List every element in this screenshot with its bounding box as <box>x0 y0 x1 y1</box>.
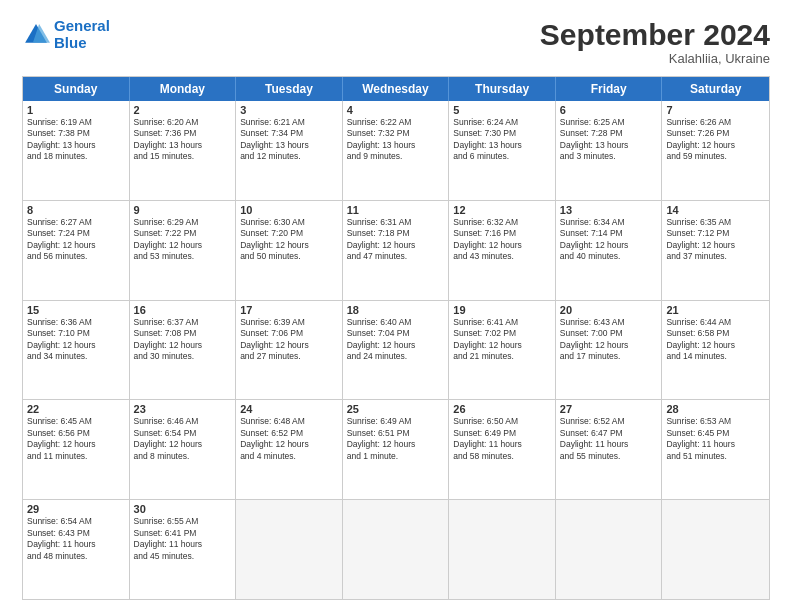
cell-line: and 48 minutes. <box>27 551 125 562</box>
cell-line: Daylight: 12 hours <box>453 240 551 251</box>
day-number: 13 <box>560 204 658 216</box>
day-number: 23 <box>134 403 232 415</box>
day-number: 10 <box>240 204 338 216</box>
cal-cell-day: 5Sunrise: 6:24 AMSunset: 7:30 PMDaylight… <box>449 101 556 200</box>
cal-cell-empty <box>343 500 450 599</box>
cell-line: Sunset: 7:32 PM <box>347 128 445 139</box>
cal-cell-day: 16Sunrise: 6:37 AMSunset: 7:08 PMDayligh… <box>130 301 237 400</box>
cell-line: Sunset: 7:28 PM <box>560 128 658 139</box>
title-area: September 2024 Kalahliia, Ukraine <box>540 18 770 66</box>
cell-line: Sunset: 7:20 PM <box>240 228 338 239</box>
cell-line: and 17 minutes. <box>560 351 658 362</box>
cal-cell-day: 7Sunrise: 6:26 AMSunset: 7:26 PMDaylight… <box>662 101 769 200</box>
cell-line: Daylight: 12 hours <box>134 340 232 351</box>
cal-cell-empty <box>236 500 343 599</box>
cell-line: Sunrise: 6:37 AM <box>134 317 232 328</box>
calendar: SundayMondayTuesdayWednesdayThursdayFrid… <box>22 76 770 600</box>
cell-line: Sunrise: 6:40 AM <box>347 317 445 328</box>
cell-line: and 56 minutes. <box>27 251 125 262</box>
cal-cell-day: 19Sunrise: 6:41 AMSunset: 7:02 PMDayligh… <box>449 301 556 400</box>
cal-cell-empty <box>662 500 769 599</box>
cell-line: Sunrise: 6:35 AM <box>666 217 765 228</box>
cal-cell-day: 27Sunrise: 6:52 AMSunset: 6:47 PMDayligh… <box>556 400 663 499</box>
day-number: 15 <box>27 304 125 316</box>
cell-line: Daylight: 12 hours <box>347 439 445 450</box>
page: General Blue September 2024 Kalahliia, U… <box>0 0 792 612</box>
cell-line: Sunrise: 6:20 AM <box>134 117 232 128</box>
cell-line: Sunrise: 6:48 AM <box>240 416 338 427</box>
cal-cell-day: 25Sunrise: 6:49 AMSunset: 6:51 PMDayligh… <box>343 400 450 499</box>
cell-line: Sunrise: 6:22 AM <box>347 117 445 128</box>
cal-cell-day: 28Sunrise: 6:53 AMSunset: 6:45 PMDayligh… <box>662 400 769 499</box>
cell-line: and 21 minutes. <box>453 351 551 362</box>
day-number: 20 <box>560 304 658 316</box>
cell-line: Daylight: 12 hours <box>666 340 765 351</box>
cell-line: Sunrise: 6:54 AM <box>27 516 125 527</box>
day-number: 7 <box>666 104 765 116</box>
header-cell-monday: Monday <box>130 77 237 101</box>
cell-line: and 15 minutes. <box>134 151 232 162</box>
cell-line: Daylight: 12 hours <box>347 240 445 251</box>
cell-line: Daylight: 12 hours <box>240 439 338 450</box>
cell-line: Sunset: 7:34 PM <box>240 128 338 139</box>
cell-line: Daylight: 11 hours <box>453 439 551 450</box>
cell-line: Sunset: 6:45 PM <box>666 428 765 439</box>
day-number: 21 <box>666 304 765 316</box>
cal-cell-day: 6Sunrise: 6:25 AMSunset: 7:28 PMDaylight… <box>556 101 663 200</box>
cell-line: and 1 minute. <box>347 451 445 462</box>
cell-line: Sunset: 7:26 PM <box>666 128 765 139</box>
cal-cell-day: 30Sunrise: 6:55 AMSunset: 6:41 PMDayligh… <box>130 500 237 599</box>
cal-row: 8Sunrise: 6:27 AMSunset: 7:24 PMDaylight… <box>23 200 769 300</box>
cell-line: Daylight: 13 hours <box>453 140 551 151</box>
cal-cell-day: 21Sunrise: 6:44 AMSunset: 6:58 PMDayligh… <box>662 301 769 400</box>
cell-line: Daylight: 12 hours <box>27 240 125 251</box>
cell-line: Daylight: 13 hours <box>134 140 232 151</box>
logo-general: General <box>54 17 110 34</box>
cell-line: and 30 minutes. <box>134 351 232 362</box>
cell-line: Sunset: 6:49 PM <box>453 428 551 439</box>
cal-row: 29Sunrise: 6:54 AMSunset: 6:43 PMDayligh… <box>23 499 769 599</box>
cell-line: Daylight: 11 hours <box>666 439 765 450</box>
cell-line: Sunset: 6:43 PM <box>27 528 125 539</box>
cell-line: and 27 minutes. <box>240 351 338 362</box>
cal-cell-empty <box>449 500 556 599</box>
day-number: 25 <box>347 403 445 415</box>
header-cell-sunday: Sunday <box>23 77 130 101</box>
cell-line: Daylight: 11 hours <box>560 439 658 450</box>
day-number: 5 <box>453 104 551 116</box>
cell-line: Sunset: 7:24 PM <box>27 228 125 239</box>
cell-line: Sunset: 7:08 PM <box>134 328 232 339</box>
cell-line: Sunrise: 6:41 AM <box>453 317 551 328</box>
day-number: 2 <box>134 104 232 116</box>
cell-line: Daylight: 12 hours <box>27 439 125 450</box>
cell-line: Daylight: 13 hours <box>560 140 658 151</box>
cell-line: Sunset: 7:22 PM <box>134 228 232 239</box>
cell-line: Sunset: 7:36 PM <box>134 128 232 139</box>
cell-line: Sunset: 6:54 PM <box>134 428 232 439</box>
cell-line: and 34 minutes. <box>27 351 125 362</box>
cell-line: Daylight: 12 hours <box>560 240 658 251</box>
cell-line: Sunrise: 6:27 AM <box>27 217 125 228</box>
cell-line: Sunrise: 6:44 AM <box>666 317 765 328</box>
cell-line: Sunrise: 6:52 AM <box>560 416 658 427</box>
header-cell-tuesday: Tuesday <box>236 77 343 101</box>
cell-line: Sunrise: 6:45 AM <box>27 416 125 427</box>
cell-line: and 59 minutes. <box>666 151 765 162</box>
cell-line: Sunset: 7:18 PM <box>347 228 445 239</box>
header-cell-wednesday: Wednesday <box>343 77 450 101</box>
cell-line: Sunset: 7:38 PM <box>27 128 125 139</box>
day-number: 30 <box>134 503 232 515</box>
cell-line: Sunset: 6:58 PM <box>666 328 765 339</box>
cell-line: Daylight: 12 hours <box>347 340 445 351</box>
cal-cell-day: 20Sunrise: 6:43 AMSunset: 7:00 PMDayligh… <box>556 301 663 400</box>
cal-cell-day: 1Sunrise: 6:19 AMSunset: 7:38 PMDaylight… <box>23 101 130 200</box>
cell-line: Sunrise: 6:31 AM <box>347 217 445 228</box>
logo: General Blue <box>22 18 110 51</box>
cell-line: Sunset: 7:12 PM <box>666 228 765 239</box>
day-number: 8 <box>27 204 125 216</box>
cell-line: Sunrise: 6:21 AM <box>240 117 338 128</box>
cell-line: Sunset: 7:00 PM <box>560 328 658 339</box>
cell-line: Sunset: 6:51 PM <box>347 428 445 439</box>
logo-text: General Blue <box>54 18 110 51</box>
cell-line: Sunrise: 6:34 AM <box>560 217 658 228</box>
